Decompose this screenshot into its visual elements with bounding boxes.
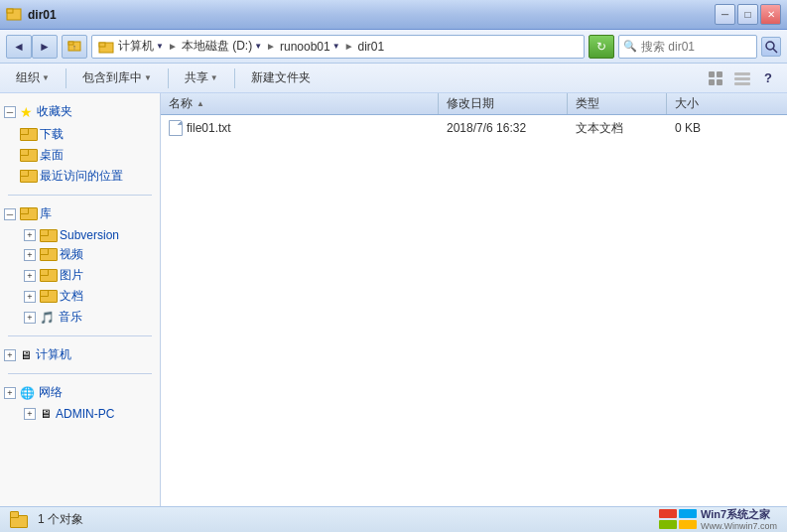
search-box[interactable]: 🔍	[618, 35, 757, 59]
subversion-folder-icon	[40, 229, 56, 242]
computer-label: 计算机	[36, 346, 71, 363]
breadcrumb-dropdown[interactable]: ▼	[156, 42, 164, 51]
library-items: + Subversion + 视频 + 图片 + 文档	[0, 226, 160, 328]
library-section: ─ 库 + Subversion + 视频 + 图片	[0, 200, 160, 332]
toolbar: 组织 ▼ 包含到库中 ▼ 共享 ▼ 新建文件夹	[0, 64, 787, 93]
include-dropdown-icon: ▼	[144, 73, 152, 82]
computer-header[interactable]: + 🖥 计算机	[0, 344, 160, 365]
music-expand-icon[interactable]: +	[24, 312, 36, 324]
file-type-cell: 文本文档	[568, 117, 667, 139]
statusbar-folder-icon	[10, 511, 30, 528]
main-area: ─ ★ 收藏夹 下载 桌面 最近访问的位置	[0, 93, 787, 506]
refresh-button[interactable]: ↻	[589, 35, 614, 59]
organize-button[interactable]: 组织 ▼	[8, 67, 58, 89]
sidebar-item-recent[interactable]: 最近访问的位置	[0, 166, 160, 187]
search-button[interactable]	[761, 37, 781, 57]
breadcrumb-runoob-dropdown[interactable]: ▼	[332, 42, 340, 51]
logo-text-block: Win7系统之家 Www.Winwin7.com	[701, 508, 777, 532]
close-button[interactable]: ✕	[760, 4, 781, 25]
svg-rect-19	[679, 520, 697, 529]
file-date-label: 2018/7/6 16:32	[447, 121, 526, 135]
sidebar-divider-2	[8, 335, 152, 336]
column-header-size[interactable]: 大小	[667, 93, 746, 114]
svg-rect-6	[99, 43, 105, 47]
network-header[interactable]: + 🌐 网络	[0, 382, 160, 403]
video-expand-icon[interactable]: +	[24, 249, 36, 261]
network-expand-icon[interactable]: +	[4, 387, 16, 399]
network-icon: 🌐	[20, 386, 35, 400]
folder-icon	[20, 149, 36, 162]
window-controls: ─ □ ✕	[715, 4, 781, 25]
sidebar-divider-3	[8, 373, 152, 374]
window-title: dir01	[28, 8, 715, 22]
subversion-expand-icon[interactable]: +	[24, 229, 36, 241]
breadcrumb-drive: 本地磁盘 (D:) ▼	[182, 38, 262, 55]
sidebar-item-admin-pc[interactable]: + 🖥 ADMIN-PC	[0, 405, 160, 423]
view-toggle-button[interactable]	[706, 67, 727, 89]
video-folder-icon	[40, 248, 56, 261]
file-name-cell: file01.txt	[161, 117, 439, 139]
forward-button[interactable]: ►	[32, 35, 58, 59]
up-button[interactable]: ↑	[62, 35, 87, 59]
include-label: 包含到库中	[82, 69, 142, 86]
file-size-label: 0 KB	[675, 121, 701, 135]
computer-expand-icon[interactable]: +	[4, 349, 16, 361]
new-folder-button[interactable]: 新建文件夹	[243, 67, 319, 89]
breadcrumb-drive-label: 本地磁盘 (D:)	[182, 38, 252, 55]
column-date-label: 修改日期	[447, 95, 494, 112]
column-header-type[interactable]: 类型	[568, 93, 667, 114]
share-label: 共享	[185, 69, 208, 86]
view-list-button[interactable]	[731, 67, 753, 89]
favorites-header[interactable]: ─ ★ 收藏夹	[0, 101, 160, 122]
admin-pc-expand-icon[interactable]: +	[24, 408, 36, 420]
svg-rect-11	[709, 79, 715, 85]
breadcrumb-part: 计算机 ▼	[98, 38, 164, 55]
win7-logo-svg	[659, 509, 697, 529]
window-icon	[6, 7, 22, 23]
library-expand-icon[interactable]: ─	[4, 208, 16, 220]
sidebar-item-downloads[interactable]: 下载	[0, 124, 160, 145]
svg-rect-15	[734, 82, 750, 85]
music-icon: 🎵	[40, 311, 55, 325]
file-list: file01.txt 2018/7/6 16:32 文本文档 0 KB	[161, 115, 787, 506]
toolbar-sep1	[66, 68, 66, 88]
documents-expand-icon[interactable]: +	[24, 291, 36, 303]
sidebar-item-video[interactable]: + 视频	[0, 244, 160, 265]
column-type-label: 类型	[576, 95, 599, 112]
library-folder-icon	[20, 207, 36, 220]
pictures-expand-icon[interactable]: +	[24, 270, 36, 282]
file-name-label: file01.txt	[187, 121, 231, 135]
sidebar-item-pictures[interactable]: + 图片	[0, 265, 160, 286]
table-row[interactable]: file01.txt 2018/7/6 16:32 文本文档 0 KB	[161, 117, 787, 139]
svg-point-7	[766, 42, 774, 50]
svg-rect-13	[734, 72, 750, 75]
include-button[interactable]: 包含到库中 ▼	[74, 67, 160, 89]
organize-label: 组织	[16, 69, 40, 86]
sidebar: ─ ★ 收藏夹 下载 桌面 最近访问的位置	[0, 93, 161, 506]
content-area: 名称 ▲ 修改日期 类型 大小 file01.txt 2018/7/6 16	[161, 93, 787, 506]
svg-rect-10	[717, 71, 722, 77]
breadcrumb-drive-dropdown[interactable]: ▼	[254, 42, 262, 51]
sidebar-item-subversion[interactable]: + Subversion	[0, 226, 160, 244]
path-sep3: ►	[344, 41, 354, 52]
sidebar-item-desktop[interactable]: 桌面	[0, 145, 160, 166]
documents-folder-icon	[40, 290, 56, 303]
favorites-expand-icon[interactable]: ─	[4, 106, 16, 118]
help-button[interactable]: ?	[757, 67, 779, 89]
sidebar-item-music[interactable]: + 🎵 音乐	[0, 307, 160, 328]
maximize-button[interactable]: □	[737, 4, 758, 25]
share-button[interactable]: 共享 ▼	[177, 67, 226, 89]
path-bar[interactable]: 计算机 ▼ ► 本地磁盘 (D:) ▼ ► runoob01 ▼ ► dir01	[91, 35, 585, 59]
minimize-button[interactable]: ─	[715, 4, 735, 25]
sidebar-item-documents[interactable]: + 文档	[0, 286, 160, 307]
new-folder-label: 新建文件夹	[251, 69, 311, 86]
statusbar: 1 个对象 Win7系统之家 Www.Winwin7.com	[0, 506, 787, 532]
back-button[interactable]: ◄	[6, 35, 32, 59]
addressbar: ◄ ► ↑ 计算机 ▼ ► 本地磁盘 (D:) ▼ ► runoob01 ▼ ►	[0, 30, 787, 64]
search-icon: 🔍	[623, 40, 637, 53]
column-header-name[interactable]: 名称 ▲	[161, 93, 439, 114]
library-header[interactable]: ─ 库	[0, 203, 160, 224]
favorites-items: 下载 桌面 最近访问的位置	[0, 124, 160, 187]
column-header-date[interactable]: 修改日期	[439, 93, 568, 114]
path-sep2: ►	[266, 41, 276, 52]
